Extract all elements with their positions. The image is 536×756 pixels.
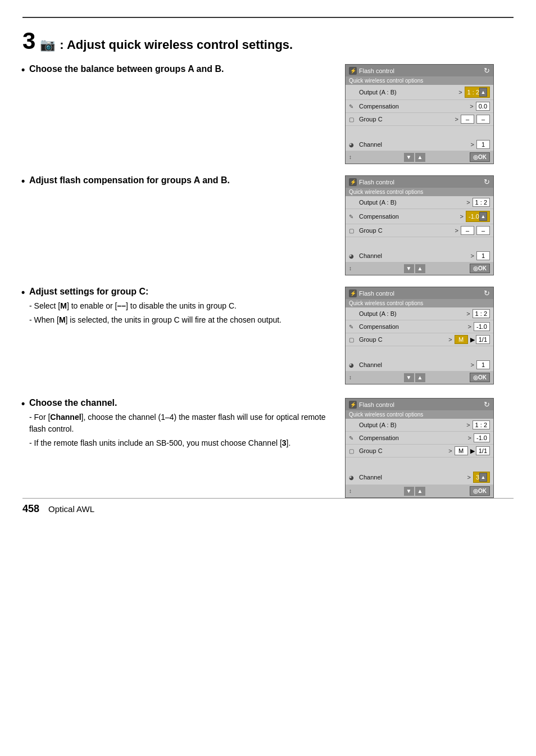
screen-groupc: ⚡ Flash control ↻ Quick wireless control… — [345, 287, 514, 384]
row-value-comp-3: -1.0 — [474, 322, 490, 331]
sub-bullet-channel-1: - For [Channel], choose the channel (1–4… — [22, 411, 334, 435]
row-icon-comp-1: ✎ — [349, 103, 359, 110]
stepper-up-2[interactable]: ▲ — [479, 212, 487, 221]
row-value-output-1: 1 : 2 ▲ — [465, 87, 490, 98]
page-footer: 458 Optical AWL — [22, 498, 514, 515]
screen-channel: ⚡ Flash control ↻ Quick wireless control… — [345, 398, 514, 498]
row-label-output-3: Output (A : B) — [359, 310, 464, 317]
footer-arrows-4: ▼ ▲ — [404, 487, 425, 496]
stepper-up-4[interactable]: ▲ — [479, 473, 487, 482]
step-heading: 3 📷 : Adjust quick wireless control sett… — [22, 29, 514, 53]
screen-title-4: Flash control — [359, 401, 394, 408]
top-rule — [22, 17, 514, 18]
bullet-balance: Choose the balance between groups A and … — [22, 64, 334, 74]
screen-body-4: Output (A : B) > 1 : 2 ✎ Compensation > … — [346, 419, 493, 485]
screen-title-2: Flash control — [359, 179, 394, 185]
screen-header-1: ⚡ Flash control ↻ — [346, 65, 493, 76]
screen-header-4: ⚡ Flash control ↻ — [346, 399, 493, 410]
footer-arrow-down-1[interactable]: ▼ — [404, 153, 414, 162]
row-icon-comp-3: ✎ — [349, 324, 359, 330]
row-label-groupc-4: Group C — [359, 447, 446, 454]
footer-arrow-up-1[interactable]: ▲ — [415, 153, 425, 162]
row-label-channel-1: Channel — [359, 141, 469, 148]
footer-ok-3[interactable]: ◎OK — [470, 373, 490, 382]
screen-footer-2: ↕ ▼ ▲ ◎OK — [346, 262, 493, 275]
row-icon-channel-1: ◕ — [349, 142, 359, 148]
screen-footer-3: ↕ ▼ ▲ ◎OK — [346, 371, 493, 384]
row-output-2: Output (A : B) > 1 : 2 — [346, 196, 493, 209]
screen-title-3: Flash control — [359, 290, 394, 297]
screen-body-3: Output (A : B) > 1 : 2 ✎ Compensation > … — [346, 307, 493, 371]
bullet-channel: Choose the channel. — [22, 398, 334, 408]
row-value-channel-2: 1 — [476, 251, 490, 260]
screen-compensation: ⚡ Flash control ↻ Quick wireless control… — [345, 175, 514, 275]
row-label-comp-2: Compensation — [359, 213, 458, 220]
screen-subtitle-2: Quick wireless control options — [346, 188, 493, 196]
row-value-groupc-4b: ▶ — [470, 447, 475, 455]
row-label-groupc-2: Group C — [359, 227, 453, 234]
row-value-groupc-1a: – — [461, 115, 474, 124]
bullet-groupc: Adjust settings for group C: — [22, 287, 334, 297]
row-value-groupc-3b: ▶ — [470, 336, 475, 343]
footer-ok-4[interactable]: ◎OK — [470, 486, 490, 496]
row-value-channel-1: 1 — [476, 140, 490, 149]
row-arrow-channel-3: > — [471, 361, 474, 368]
row-icon-channel-3: ◕ — [349, 362, 359, 368]
screen-balance: ⚡ Flash control ↻ Quick wireless control… — [345, 64, 514, 164]
row-compensation-4: ✎ Compensation > -1.0 — [346, 432, 493, 445]
row-icon-groupc-2: ▢ — [349, 228, 359, 234]
row-channel-3: ◕ Channel > 1 — [346, 359, 493, 371]
row-label-output-2: Output (A : B) — [359, 199, 464, 206]
footer-arrow-up-3[interactable]: ▲ — [415, 373, 425, 382]
row-value-groupc-3c: 1/1 — [476, 335, 490, 344]
stepper-up-1[interactable]: ▲ — [479, 88, 487, 97]
row-icon-groupc-3: ▢ — [349, 337, 359, 343]
row-icon-comp-2: ✎ — [349, 214, 359, 220]
row-value-groupc-1b: – — [476, 115, 490, 124]
flash-icon-4: ⚡ — [349, 401, 357, 409]
step-number: 3 — [22, 29, 35, 53]
row-arrow-output-4: > — [466, 422, 470, 428]
row-value-output-3: 1 : 2 — [473, 309, 490, 318]
row-groupc-2: ▢ Group C > – – — [346, 224, 493, 237]
section-balance-text: Choose the balance between groups A and … — [22, 64, 345, 78]
row-icon-footer-2: ↕ — [349, 265, 359, 271]
content-layout: Choose the balance between groups A and … — [22, 64, 514, 509]
footer-ok-2[interactable]: ◎OK — [470, 264, 490, 273]
row-groupc-1: ▢ Group C > – – — [346, 113, 493, 126]
page-number: 458 — [22, 503, 39, 515]
row-arrow-groupc-4: > — [448, 447, 452, 454]
screen-subtitle-4: Quick wireless control options — [346, 410, 493, 419]
row-icon-groupc-1: ▢ — [349, 116, 359, 123]
camera-screen-1: ⚡ Flash control ↻ Quick wireless control… — [345, 64, 494, 164]
footer-arrow-down-3[interactable]: ▼ — [404, 373, 414, 382]
footer-ok-1[interactable]: ◎OK — [470, 152, 490, 162]
row-arrow-output-2: > — [466, 199, 470, 206]
row-value-channel-3: 1 — [476, 360, 490, 369]
footer-arrow-down-4[interactable]: ▼ — [404, 487, 414, 496]
footer-arrows-2: ▼ ▲ — [404, 264, 425, 273]
row-arrow-groupc-3: > — [448, 336, 452, 343]
row-value-output-2: 1 : 2 — [473, 198, 490, 207]
empty-row-1 — [346, 126, 493, 138]
screen-footer-1: ↕ ▼ ▲ ◎OK — [346, 151, 493, 164]
row-value-comp-1: 0.0 — [476, 102, 490, 111]
footer-arrow-up-4[interactable]: ▲ — [415, 487, 425, 496]
bullet-compensation: Adjust flash compensation for groups A a… — [22, 175, 334, 185]
footer-arrow-up-2[interactable]: ▲ — [415, 264, 425, 273]
row-icon-comp-4: ✎ — [349, 435, 359, 441]
back-icon-1: ↻ — [484, 66, 490, 75]
row-arrow-channel-1: > — [471, 141, 474, 148]
row-label-groupc-3: Group C — [359, 336, 446, 343]
screen-footer-4: ↕ ▼ ▲ ◎OK — [346, 485, 493, 497]
screen-title-1: Flash control — [359, 67, 394, 74]
row-icon-channel-4: ◕ — [349, 474, 359, 481]
row-arrow-comp-2: > — [460, 213, 464, 220]
row-arrow-groupc-2: > — [455, 227, 458, 234]
row-arrow-comp-3: > — [468, 323, 471, 330]
footer-arrow-down-2[interactable]: ▼ — [404, 264, 414, 273]
sub-bullet-channel-2: - If the remote flash units include an S… — [22, 437, 334, 449]
section-channel-text: Choose the channel. - For [Channel], cho… — [22, 398, 345, 449]
row-label-comp-3: Compensation — [359, 323, 466, 330]
row-icon-channel-2: ◕ — [349, 253, 359, 259]
